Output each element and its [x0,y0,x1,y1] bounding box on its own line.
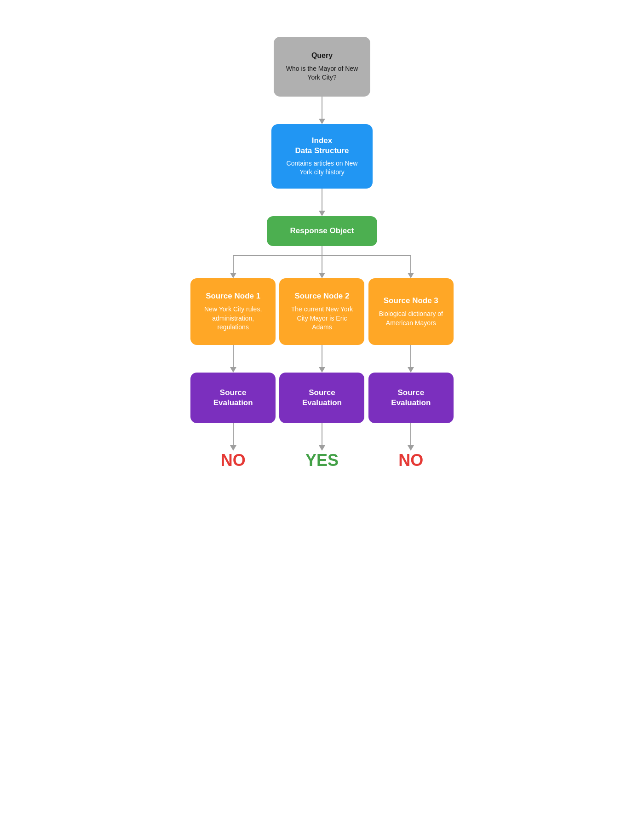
evaluation-node-1: SourceEvaluation [190,373,276,423]
source-2-body: The current New York City Mayor is Eric … [289,305,354,332]
arrow-eval2-to-result2 [319,423,325,451]
arrow-eval1-to-result1 [230,423,236,451]
arrow-source2-to-eval2 [319,345,325,373]
index-title: Index [312,136,332,146]
source-nodes-row: Source Node 1 New York City rules, admin… [189,278,455,470]
source-2-title: Source Node 2 [294,291,349,301]
evaluation-node-3: SourceEvaluation [368,373,454,423]
arrow-head [319,211,325,216]
result-1: NO [221,451,246,470]
svg-marker-7 [408,273,414,278]
arrow-eval3-to-result3 [408,423,414,451]
source-1-title: Source Node 1 [206,291,260,301]
result-2: YES [305,451,339,470]
eval-2-label: SourceEvaluation [302,388,342,408]
arrow-head [319,119,325,124]
result-3-text: NO [398,451,423,470]
result-3: NO [398,451,423,470]
query-title: Query [311,51,333,61]
source-3-title: Source Node 3 [384,296,438,306]
index-node: Index Data Structure Contains articles o… [271,124,373,189]
svg-marker-5 [230,273,236,278]
eval-3-label: SourceEvaluation [391,388,431,408]
result-2-text: YES [305,451,339,470]
source-node-1: Source Node 1 New York City rules, admin… [190,278,276,345]
branch-svg [189,246,455,278]
source-column-1: Source Node 1 New York City rules, admin… [189,278,277,470]
branch-connector [189,246,455,278]
arrow-line [322,189,322,211]
eval-1-label: SourceEvaluation [213,388,253,408]
query-node: Query Who is the Mayor of New York City? [274,37,370,97]
arrow-source3-to-eval3 [408,345,414,373]
result-1-text: NO [221,451,246,470]
svg-marker-6 [319,273,325,278]
index-subtitle: Data Structure [295,146,349,156]
evaluation-node-2: SourceEvaluation [279,373,364,423]
source-node-3: Source Node 3 Biological dictionary of A… [368,278,454,345]
response-label: Response Object [290,226,354,236]
arrow-source1-to-eval1 [230,345,236,373]
query-body: Who is the Mayor of New York City? [284,64,360,82]
source-1-body: New York City rules, administration, reg… [201,305,265,332]
arrow-index-to-response [319,189,325,216]
arrow-query-to-index [319,97,325,124]
arrow-line [322,97,322,119]
flowchart-diagram: Query Who is the Mayor of New York City?… [115,37,529,470]
source-column-3: Source Node 3 Biological dictionary of A… [367,278,455,470]
source-node-2: Source Node 2 The current New York City … [279,278,364,345]
source-3-body: Biological dictionary of American Mayors [379,310,443,327]
index-body: Contains articles on New York city histo… [282,159,362,177]
response-node: Response Object [267,216,377,246]
source-column-2: Source Node 2 The current New York City … [277,278,366,470]
